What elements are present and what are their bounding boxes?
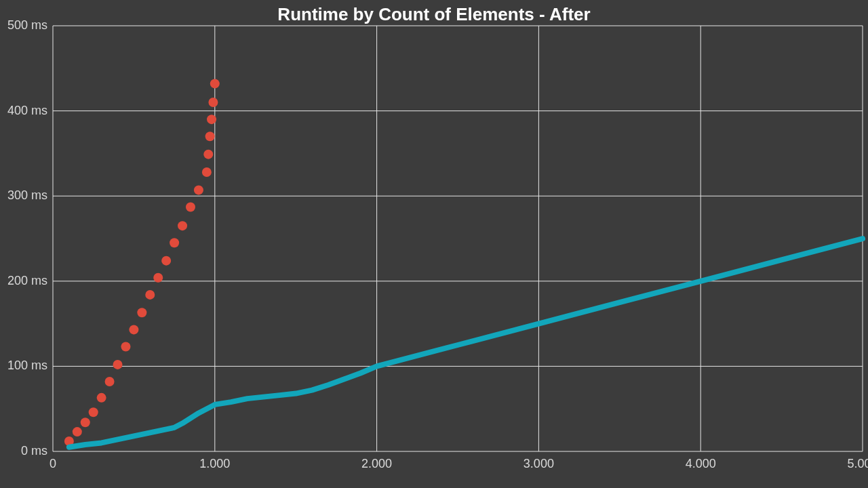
data-point <box>145 290 155 300</box>
data-point <box>207 115 216 124</box>
chart-container: Runtime by Count of Elements - After 0 m… <box>0 0 868 488</box>
y-tick-label: 100 ms <box>7 359 47 373</box>
chart-plot <box>0 0 868 488</box>
data-point <box>105 377 115 386</box>
data-point <box>210 79 220 88</box>
data-point <box>203 150 213 159</box>
y-tick-label: 200 ms <box>7 274 47 288</box>
x-tick-label: 3.000 <box>518 457 559 471</box>
x-tick-label: 0 <box>33 457 73 471</box>
series-after <box>69 239 863 447</box>
y-tick-label: 500 ms <box>7 18 47 33</box>
data-point <box>137 308 146 317</box>
x-tick-label: 1.000 <box>195 457 235 471</box>
data-point <box>97 393 106 403</box>
series-before <box>64 79 220 446</box>
data-point <box>178 221 187 230</box>
data-point <box>186 203 195 212</box>
data-point <box>170 238 179 247</box>
data-point <box>205 131 215 141</box>
data-point <box>208 98 218 107</box>
x-tick-label: 4.000 <box>680 457 721 471</box>
y-tick-label: 0 ms <box>21 444 47 458</box>
data-point <box>81 418 90 427</box>
data-point <box>153 273 163 283</box>
data-point <box>73 427 82 436</box>
y-tick-label: 400 ms <box>7 104 47 118</box>
data-point <box>202 167 212 177</box>
data-point <box>113 360 123 369</box>
data-point <box>89 407 98 417</box>
data-point <box>121 342 130 352</box>
x-tick-label: 5.000 <box>842 457 868 471</box>
data-point <box>129 325 138 334</box>
data-point <box>194 185 203 195</box>
x-tick-label: 2.000 <box>357 457 397 471</box>
data-point <box>161 256 171 266</box>
chart-title: Runtime by Count of Elements - After <box>0 4 868 25</box>
y-tick-label: 300 ms <box>7 188 47 203</box>
